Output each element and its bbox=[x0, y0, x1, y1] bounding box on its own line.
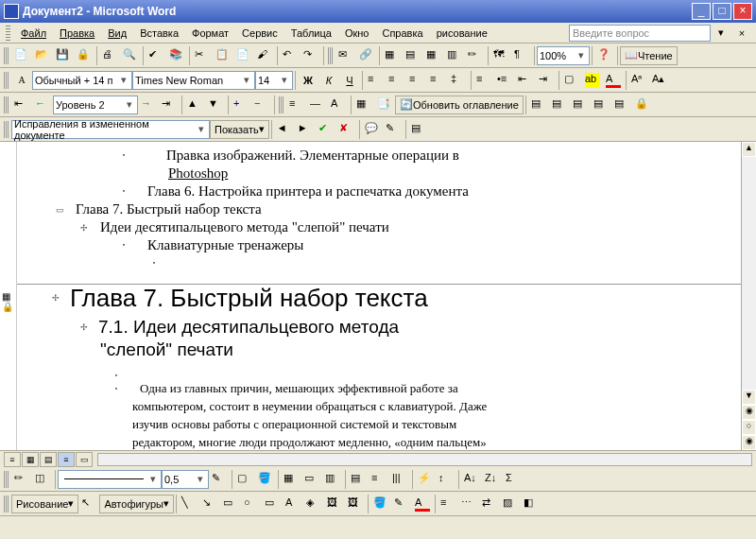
merge-cells-button[interactable]: ▭ bbox=[301, 469, 322, 490]
align-cell-button[interactable]: ▤ bbox=[348, 469, 369, 490]
grip-icon[interactable] bbox=[4, 96, 9, 113]
text-direction-button[interactable]: ↕ bbox=[436, 469, 456, 490]
font-color-button[interactable]: A bbox=[603, 70, 624, 91]
rectangle-button[interactable]: ▭ bbox=[220, 494, 241, 514]
print-view-button[interactable]: ▤ bbox=[40, 452, 57, 467]
font-combo[interactable]: Times New Roman▾ bbox=[132, 71, 255, 90]
fill-color-button[interactable]: 🪣 bbox=[370, 494, 391, 514]
menu-table[interactable]: Таблица bbox=[284, 26, 338, 41]
wordart-button[interactable]: A bbox=[283, 494, 303, 514]
outline-level-combo[interactable]: Уровень 2▾ bbox=[53, 96, 138, 114]
eraser-button[interactable]: ◫ bbox=[32, 469, 53, 490]
autoformat-button[interactable]: ⚡ bbox=[415, 469, 436, 490]
border-color-button[interactable]: ✎ bbox=[209, 469, 230, 490]
doc-close-button[interactable]: × bbox=[731, 23, 752, 43]
menu-view[interactable]: Вид bbox=[101, 26, 133, 41]
copy-button[interactable]: 📋 bbox=[213, 45, 233, 66]
cut-button[interactable]: ✂ bbox=[192, 45, 213, 66]
justify-button[interactable]: ≡ bbox=[427, 70, 448, 91]
distribute-rows-button[interactable]: ≡ bbox=[369, 469, 389, 490]
chevron-down-icon[interactable]: ▾ bbox=[147, 473, 159, 485]
redo-button[interactable]: ↷ bbox=[301, 45, 321, 66]
picture-button[interactable]: 🖼 bbox=[345, 494, 366, 514]
help-question-box[interactable]: Введите вопрос bbox=[569, 25, 711, 42]
show-menu-button[interactable]: Показать ▾ bbox=[210, 120, 269, 139]
line-color-button[interactable]: ✎ bbox=[391, 494, 412, 514]
tables-borders-button[interactable]: ▦ bbox=[382, 45, 403, 66]
reading-view-button[interactable]: ▭ bbox=[76, 452, 93, 467]
insert-hyperlink-button[interactable]: 🔗 bbox=[356, 45, 377, 66]
web-view-button[interactable]: ▦ bbox=[22, 452, 39, 467]
permissions-button[interactable]: 🔒 bbox=[74, 45, 94, 66]
grip-icon[interactable] bbox=[4, 471, 9, 488]
promote-button[interactable]: ← bbox=[32, 95, 53, 115]
show-firstline-button[interactable]: — bbox=[307, 95, 328, 115]
superscript-button[interactable]: Aᵃ bbox=[628, 70, 649, 91]
chevron-down-icon[interactable]: ▾ bbox=[241, 74, 252, 86]
distribute-cols-button[interactable]: ||| bbox=[389, 469, 410, 490]
expand-button[interactable]: + bbox=[231, 95, 251, 115]
browse-prev-button[interactable]: ◉ bbox=[742, 405, 756, 420]
menu-insert[interactable]: Вставка bbox=[133, 26, 185, 41]
show-formatting-button[interactable]: ¶ bbox=[511, 45, 532, 66]
grip-icon[interactable] bbox=[328, 47, 334, 64]
master-doc-button[interactable]: ▦ bbox=[353, 95, 374, 115]
envelope-button[interactable]: ✉ bbox=[335, 45, 356, 66]
merge-subdoc-button[interactable]: ▤ bbox=[591, 95, 611, 115]
increase-indent-button[interactable]: ⇥ bbox=[536, 70, 557, 91]
demote-body-button[interactable]: ⇥ bbox=[159, 95, 180, 115]
collapse-icon[interactable]: ▭ bbox=[55, 205, 64, 215]
show-level-button[interactable]: ≡ bbox=[286, 95, 307, 115]
insert-worksheet-button[interactable]: ▦ bbox=[423, 45, 444, 66]
insert-table-button[interactable]: ▤ bbox=[403, 45, 423, 66]
chevron-down-icon[interactable]: ▾ bbox=[118, 74, 129, 86]
style-combo[interactable]: Обычный + 14 п▾ bbox=[32, 71, 132, 90]
decrease-indent-button[interactable]: ⇤ bbox=[515, 70, 536, 91]
expand-icon[interactable]: ✢ bbox=[51, 293, 60, 303]
diagram-button[interactable]: ◈ bbox=[303, 494, 324, 514]
menu-format[interactable]: Формат bbox=[185, 26, 235, 41]
grip-icon[interactable] bbox=[4, 121, 9, 138]
next-change-button[interactable]: ► bbox=[295, 119, 316, 140]
collapse-button[interactable]: − bbox=[251, 95, 272, 115]
remove-subdoc-button[interactable]: ▤ bbox=[549, 95, 570, 115]
line-style-combo[interactable]: ▾ bbox=[58, 470, 162, 489]
underline-button[interactable]: Ч bbox=[339, 70, 360, 91]
split-cells-button[interactable]: ▥ bbox=[322, 469, 343, 490]
arrow-style-button[interactable]: ⇄ bbox=[479, 494, 500, 514]
move-down-button[interactable]: ▼ bbox=[205, 95, 226, 115]
promote-heading1-button[interactable]: ⇤ bbox=[11, 95, 32, 115]
drawing-menu-button[interactable]: Рисование ▾ bbox=[11, 495, 78, 513]
scroll-up-button[interactable]: ▲ bbox=[742, 142, 756, 157]
borders-button[interactable]: ▢ bbox=[561, 70, 582, 91]
minimize-button[interactable]: _ bbox=[692, 3, 711, 20]
sort-asc-button[interactable]: A↓ bbox=[461, 469, 482, 490]
styles-pane-button[interactable]: A bbox=[11, 70, 32, 91]
reviewing-pane-button[interactable]: ▤ bbox=[408, 119, 429, 140]
display-mode-combo[interactable]: Исправления в измененном документе▾ bbox=[11, 120, 210, 139]
insert-table-button[interactable]: ▦ bbox=[281, 469, 301, 490]
menu-window[interactable]: Окно bbox=[338, 26, 376, 41]
drawing-toggle-button[interactable]: ✏ bbox=[465, 45, 486, 66]
undo-button[interactable]: ↶ bbox=[280, 45, 301, 66]
shadow-button[interactable]: ▨ bbox=[500, 494, 521, 514]
dash-style-button[interactable]: ⋯ bbox=[458, 494, 479, 514]
print-preview-button[interactable]: 🔍 bbox=[120, 45, 141, 66]
align-center-button[interactable]: ≡ bbox=[386, 70, 406, 91]
textbox-button[interactable]: ▭ bbox=[262, 494, 283, 514]
grip-icon[interactable] bbox=[279, 96, 284, 113]
autosum-button[interactable]: Σ bbox=[503, 469, 524, 490]
split-subdoc-button[interactable]: ▤ bbox=[611, 95, 632, 115]
line-style-button[interactable]: ≡ bbox=[438, 494, 458, 514]
expand-icon[interactable]: ✢ bbox=[79, 322, 89, 332]
chevron-down-icon[interactable]: ▾ bbox=[576, 49, 587, 61]
new-doc-button[interactable]: 📄 bbox=[11, 45, 32, 66]
lock-subdoc-button[interactable]: 🔒 bbox=[632, 95, 653, 115]
align-right-button[interactable]: ≡ bbox=[406, 70, 427, 91]
demote-button[interactable]: → bbox=[138, 95, 159, 115]
create-subdoc-button[interactable]: ▤ bbox=[528, 95, 549, 115]
grow-font-button[interactable]: A▴ bbox=[649, 70, 670, 91]
chevron-down-icon[interactable]: ▾ bbox=[195, 473, 206, 485]
menu-file[interactable]: Файл bbox=[14, 26, 53, 41]
maximize-button[interactable]: □ bbox=[713, 3, 731, 20]
